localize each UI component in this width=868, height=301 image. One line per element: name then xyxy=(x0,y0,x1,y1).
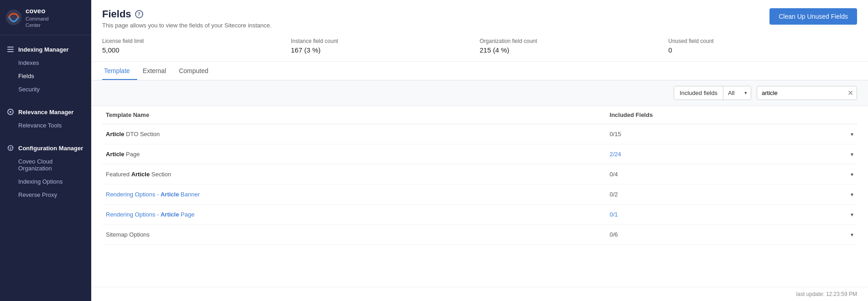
sidebar-item-indexing-options[interactable]: Indexing Options xyxy=(0,175,91,188)
table-header-row: Template Name Included Fields xyxy=(102,106,857,124)
relevance-manager-label: Relevance Manager xyxy=(18,109,73,116)
svg-point-0 xyxy=(6,10,21,25)
template-name-cell: Featured Article Section xyxy=(102,164,606,185)
stat-unused-field-count: Unused field count 0 xyxy=(668,38,857,54)
template-name-rest: Page xyxy=(126,151,140,158)
stat-license-field-limit: License field limit 5,000 xyxy=(102,38,291,54)
clear-search-icon[interactable]: ✕ xyxy=(847,90,853,97)
stat-unused-value: 0 xyxy=(668,46,857,54)
template-name-cell: Article Page xyxy=(102,144,606,164)
table-row: Article DTO Section 0/15 ▾ xyxy=(102,124,857,144)
coveo-logo-icon xyxy=(5,9,22,26)
template-name-rest: Banner xyxy=(181,191,200,198)
stat-org-field-count: Organization field count 215 (4 %) xyxy=(480,38,669,54)
expand-row-icon[interactable]: ▾ xyxy=(851,151,853,158)
tab-external[interactable]: External xyxy=(141,63,173,80)
help-icon[interactable]: ? xyxy=(135,10,143,18)
configuration-manager-icon xyxy=(6,144,15,152)
template-name-bold: Article xyxy=(106,151,124,158)
stat-instance-label: Instance field count xyxy=(291,38,480,44)
clean-up-button[interactable]: Clean Up Unused Fields xyxy=(769,8,857,25)
fields-count: 0/1 xyxy=(610,211,618,218)
expand-row-icon[interactable]: ▾ xyxy=(851,211,853,218)
svg-point-7 xyxy=(10,148,11,149)
svg-rect-1 xyxy=(7,47,14,48)
template-name-text: Sitemap Options xyxy=(106,231,150,238)
included-fields-select-wrapper: All Yes No ▾ xyxy=(723,86,751,100)
indexing-manager-header[interactable]: Indexing Manager xyxy=(0,42,91,56)
included-fields-cell: 2/24 ▾ xyxy=(606,144,857,164)
indexing-manager-icon xyxy=(6,45,15,53)
fields-count: 0/4 xyxy=(610,171,618,178)
sidebar-product-name: CommandCenter xyxy=(26,16,49,29)
fields-count: 0/6 xyxy=(610,231,618,238)
col-template-name: Template Name xyxy=(102,106,606,124)
table-row: Featured Article Section 0/4 ▾ xyxy=(102,164,857,185)
table-row: Article Page 2/24 ▾ xyxy=(102,144,857,164)
sidebar-item-indexes[interactable]: Indexes xyxy=(0,56,91,69)
fields-count: 0/2 xyxy=(610,191,618,198)
expand-row-icon[interactable]: ▾ xyxy=(851,232,853,238)
sidebar-item-security[interactable]: Security xyxy=(0,83,91,96)
page-title-text: Fields xyxy=(102,8,131,20)
table-row: Rendering Options - Article Page 0/1 ▾ xyxy=(102,205,857,225)
sidebar-item-coveo-cloud-org[interactable]: Coveo Cloud Organization xyxy=(0,155,91,175)
stat-license-value: 5,000 xyxy=(102,46,291,54)
fields-count: 0/15 xyxy=(610,131,621,137)
col-included-fields: Included Fields xyxy=(606,106,857,124)
sidebar-logo: coveo CommandCenter xyxy=(0,0,91,35)
template-name-rest: Page xyxy=(181,211,194,218)
tab-template[interactable]: Template xyxy=(102,63,137,80)
main-content: Fields ? This page allows you to view th… xyxy=(91,0,868,301)
sidebar-item-fields[interactable]: Fields xyxy=(0,69,91,83)
template-name-cell: Sitemap Options xyxy=(102,225,606,245)
stat-org-label: Organization field count xyxy=(480,38,669,44)
stat-unused-label: Unused field count xyxy=(668,38,857,44)
stats-row: License field limit 5,000 Instance field… xyxy=(91,29,868,62)
search-input[interactable] xyxy=(757,86,857,100)
table-row: Rendering Options - Article Banner 0/2 ▾ xyxy=(102,185,857,205)
sidebar-brand-text: coveo CommandCenter xyxy=(26,6,49,28)
page-title-area: Fields ? This page allows you to view th… xyxy=(102,8,271,29)
included-fields-filter: Included fields All Yes No ▾ xyxy=(674,86,751,100)
template-name-prefix: Featured xyxy=(106,171,131,178)
fields-count: 2/24 xyxy=(610,151,621,158)
template-name-bold: Article xyxy=(161,211,179,218)
template-name-rest: DTO Section xyxy=(126,131,160,137)
relevance-manager-header[interactable]: Relevance Manager xyxy=(0,105,91,119)
page-subtitle: This page allows you to view the fields … xyxy=(102,22,271,29)
stat-license-label: License field limit xyxy=(102,38,291,44)
sidebar-item-reverse-proxy[interactable]: Reverse Proxy xyxy=(0,188,91,201)
expand-row-icon[interactable]: ▾ xyxy=(851,131,853,137)
svg-rect-2 xyxy=(7,49,14,50)
search-wrapper: ✕ xyxy=(757,86,857,100)
tabs-bar: Template External Computed xyxy=(91,63,868,80)
template-name-bold: Article xyxy=(161,191,179,198)
template-name-cell: Rendering Options - Article Banner xyxy=(102,185,606,205)
template-name-cell: Rendering Options - Article Page xyxy=(102,205,606,225)
template-name-bold: Article xyxy=(131,171,150,178)
included-fields-label: Included fields xyxy=(674,86,723,100)
filter-bar: Included fields All Yes No ▾ ✕ xyxy=(91,80,868,106)
template-name-prefix: Rendering Options - xyxy=(106,191,161,198)
tab-computed[interactable]: Computed xyxy=(177,63,216,80)
template-name-bold: Article xyxy=(106,131,124,137)
expand-row-icon[interactable]: ▾ xyxy=(851,171,853,178)
table-area: Template Name Included Fields Article DT… xyxy=(91,106,868,287)
included-fields-cell: 0/1 ▾ xyxy=(606,205,857,225)
included-fields-select[interactable]: All Yes No xyxy=(723,86,751,100)
table-row: Sitemap Options 0/6 ▾ xyxy=(102,225,857,245)
expand-row-icon[interactable]: ▾ xyxy=(851,191,853,198)
relevance-manager-icon xyxy=(6,108,15,116)
sidebar: coveo CommandCenter Indexing Manager Ind… xyxy=(0,0,91,301)
fields-table: Template Name Included Fields Article DT… xyxy=(102,106,857,245)
configuration-manager-header[interactable]: Configuration Manager xyxy=(0,141,91,155)
sidebar-item-relevance-tools[interactable]: Relevance Tools xyxy=(0,119,91,132)
last-update-label: last update: 12:23:59 PM xyxy=(796,291,857,297)
included-fields-cell: 0/6 ▾ xyxy=(606,225,857,245)
section-indexing-manager: Indexing Manager Indexes Fields Security xyxy=(0,35,91,98)
footer-bar: last update: 12:23:59 PM xyxy=(91,287,868,301)
stat-org-value: 215 (4 %) xyxy=(480,46,669,54)
section-configuration-manager: Configuration Manager Coveo Cloud Organi… xyxy=(0,134,91,203)
stat-instance-field-count: Instance field count 167 (3 %) xyxy=(291,38,480,54)
